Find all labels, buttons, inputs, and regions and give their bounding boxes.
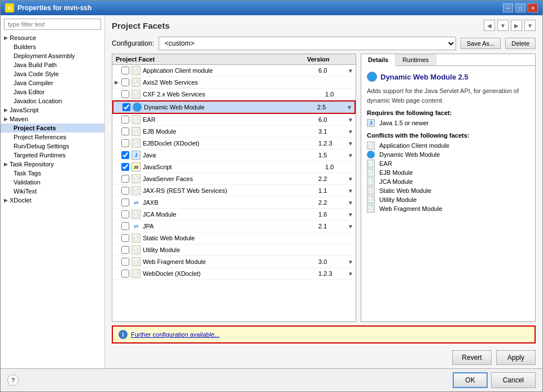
sidebar-item-resource[interactable]: ▶ Resource (1, 33, 104, 42)
facet-checkbox[interactable] (121, 151, 129, 159)
version-dropdown-icon[interactable]: ▼ (348, 117, 353, 123)
facet-checkbox[interactable] (121, 222, 129, 230)
ok-button[interactable]: OK (453, 372, 487, 388)
table-row[interactable]: 📄EJB Module3.1▼ (112, 126, 356, 138)
table-row[interactable]: 📄Utility Module (112, 244, 356, 256)
table-row[interactable]: JJava1.5▼ (112, 149, 356, 161)
table-row[interactable]: 📄Web Fragment Module3.0▼ (112, 256, 356, 268)
apply-button[interactable]: Apply (496, 350, 536, 365)
facet-checkbox[interactable] (121, 234, 129, 242)
table-row[interactable]: 📄EJBDoclet (XDoclet)1.2.3▼ (112, 138, 356, 149)
facet-checkbox[interactable] (121, 139, 129, 147)
sidebar-item-xdoclet[interactable]: ▶ XDoclet (1, 196, 104, 205)
sidebar-item-targeted-runtimes[interactable]: Targeted Runtimes (1, 151, 104, 160)
table-row[interactable]: 📄WebDoclet (XDoclet)1.2.3▼ (112, 268, 356, 280)
facet-checkbox[interactable] (121, 175, 129, 183)
version-dropdown-icon[interactable]: ▼ (348, 212, 353, 218)
nav-forward-button[interactable]: ▶ (511, 20, 522, 31)
table-row[interactable]: ▶📄Axis2 Web Services (112, 77, 356, 89)
version-dropdown-icon[interactable]: ▼ (348, 152, 353, 158)
sidebar-item-label: Validation (14, 179, 41, 186)
sidebar-item-javadoc[interactable]: Javadoc Location (1, 96, 104, 105)
facet-checkbox[interactable] (121, 90, 129, 98)
version-dropdown-icon[interactable]: ▼ (348, 259, 353, 265)
sidebar-item-task-repository[interactable]: ▶ Task Repository (1, 160, 104, 169)
cancel-button[interactable]: Cancel (491, 372, 536, 388)
facet-checkbox[interactable] (121, 258, 129, 266)
nav-back-button[interactable]: ◀ (484, 20, 495, 31)
sidebar-item-run-debug[interactable]: Run/Debug Settings (1, 142, 104, 151)
sidebar-item-validation[interactable]: Validation (1, 178, 104, 187)
table-header: Project Facet Version (112, 54, 356, 65)
facet-version: 1.2.3 (318, 270, 347, 277)
facet-checkbox[interactable] (121, 246, 129, 254)
facet-checkbox[interactable] (122, 103, 130, 111)
facet-checkbox[interactable] (121, 127, 129, 135)
help-button[interactable]: ? (7, 375, 19, 386)
facet-checkbox[interactable] (121, 163, 129, 171)
requires-icon: J (367, 119, 375, 127)
sidebar-item-builders[interactable]: Builders (1, 42, 104, 51)
table-row[interactable]: 🌐Dynamic Web Module2.5▼ (112, 100, 356, 114)
version-dropdown-icon[interactable]: ▼ (348, 68, 353, 74)
table-row[interactable]: ⇄JPA2.1▼ (112, 221, 356, 232)
facet-icon: 📄 (132, 210, 141, 219)
table-row[interactable]: 📄EAR6.0▼ (112, 114, 356, 126)
facet-version: 2.1 (318, 223, 347, 230)
nav-dropdown-button[interactable]: ▼ (497, 20, 509, 31)
config-select[interactable]: <custom> (159, 37, 456, 50)
further-config-link[interactable]: Further configuration available... (131, 331, 220, 338)
table-row[interactable]: 📄JavaServer Faces2.2▼ (112, 173, 356, 185)
facet-checkbox[interactable] (121, 210, 129, 218)
revert-button[interactable]: Revert (452, 350, 492, 365)
facet-icon: 📄 (132, 174, 141, 183)
save-as-button[interactable]: Save As... (461, 38, 501, 49)
table-row[interactable]: 📄JAX-RS (REST Web Services)1.1▼ (112, 185, 356, 197)
table-row[interactable]: 📄Static Web Module (112, 232, 356, 244)
facet-name: JavaScript (143, 164, 325, 170)
table-row[interactable]: 📄JCA Module1.6▼ (112, 209, 356, 221)
sidebar-item-java-code-style[interactable]: Java Code Style (1, 69, 104, 78)
facet-name: JavaServer Faces (143, 175, 318, 182)
filter-input[interactable] (4, 19, 101, 30)
sidebar-item-maven[interactable]: ▶ Maven (1, 114, 104, 124)
sidebar-item-task-tags[interactable]: Task Tags (1, 169, 104, 178)
version-dropdown-icon[interactable]: ▼ (348, 200, 353, 206)
tab-runtimes[interactable]: Runtimes (396, 54, 436, 65)
table-row[interactable]: 📄Application Client module6.0▼ (112, 65, 356, 77)
tab-details[interactable]: Details (361, 54, 396, 66)
facet-checkbox[interactable] (121, 116, 129, 124)
facet-name: Utility Module (143, 246, 353, 253)
sidebar-item-deployment-assembly[interactable]: Deployment Assembly (1, 51, 104, 60)
version-dropdown-icon[interactable]: ▼ (347, 104, 352, 111)
table-row[interactable]: 📄CXF 2.x Web Services1.0 (112, 89, 356, 100)
version-dropdown-icon[interactable]: ▼ (348, 140, 353, 147)
col-header-facet: Project Facet (116, 56, 307, 63)
close-button[interactable]: ✕ (528, 3, 538, 12)
sidebar-item-project-facets[interactable]: Project Facets (1, 124, 104, 133)
table-row[interactable]: ⇄JAXB2.2▼ (112, 197, 356, 209)
sidebar-item-javascript[interactable]: ▶ JavaScript (1, 105, 104, 114)
minimize-button[interactable]: ─ (503, 3, 513, 12)
facet-checkbox[interactable] (121, 199, 129, 206)
facet-checkbox[interactable] (121, 270, 129, 278)
sidebar-item-project-references[interactable]: Project References (1, 133, 104, 142)
facet-checkbox[interactable] (121, 78, 129, 86)
version-dropdown-icon[interactable]: ▼ (348, 223, 353, 230)
sidebar-item-java-compiler[interactable]: Java Compiler (1, 78, 104, 87)
maximize-button[interactable]: □ (515, 3, 526, 12)
sidebar-item-wikitext[interactable]: WikiText (1, 187, 104, 196)
facet-checkbox[interactable] (121, 187, 129, 195)
version-dropdown-icon[interactable]: ▼ (348, 188, 353, 194)
version-dropdown-icon[interactable]: ▼ (348, 176, 353, 182)
table-row[interactable]: JSJavaScript1.0 (112, 161, 356, 173)
nav-forward-dropdown-button[interactable]: ▼ (524, 20, 536, 31)
version-dropdown-icon[interactable]: ▼ (348, 271, 353, 277)
facet-checkbox[interactable] (121, 67, 129, 74)
version-dropdown-icon[interactable]: ▼ (348, 129, 353, 135)
sidebar-item-java-editor[interactable]: Java Editor (1, 87, 104, 96)
sidebar-item-java-build-path[interactable]: Java Build Path (1, 60, 104, 69)
delete-button[interactable]: Delete (505, 38, 536, 49)
sidebar-item-label: Task Repository (10, 161, 54, 168)
conflict-name: Utility Module (379, 196, 417, 203)
